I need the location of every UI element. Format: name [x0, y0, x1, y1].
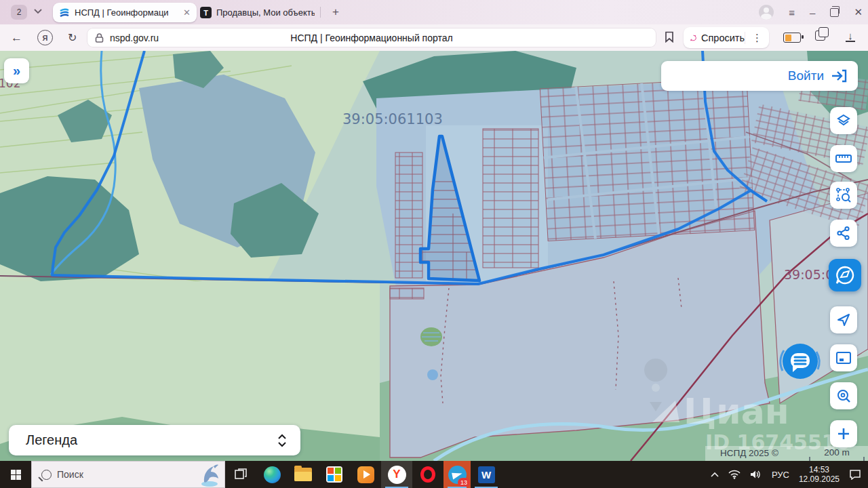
support-chat-button[interactable]: [774, 336, 826, 387]
tab-divider: [320, 7, 321, 18]
clock-date: 12.09.2025: [799, 474, 840, 484]
svg-text:Циан: Циан: [684, 391, 789, 432]
object-card-button[interactable]: [829, 259, 861, 291]
opera-button[interactable]: [412, 461, 443, 488]
reload-icon[interactable]: ↻: [68, 31, 77, 44]
word-icon: W: [478, 466, 495, 483]
letter-t-favicon: Т: [200, 7, 212, 18]
tab-count-badge[interactable]: 2: [11, 5, 27, 20]
lock-icon: [95, 33, 104, 43]
bookmark-icon[interactable]: [665, 31, 674, 43]
legend-panel[interactable]: Легенда: [9, 425, 300, 455]
url-text: nspd.gov.ru: [110, 33, 159, 43]
measure-button[interactable]: [830, 145, 857, 172]
telegram-button[interactable]: 13: [443, 461, 471, 488]
tabs-dropdown-icon[interactable]: [34, 9, 42, 14]
close-button[interactable]: ✕: [854, 6, 863, 18]
volume-icon[interactable]: [750, 470, 762, 479]
extensions-icon[interactable]: [815, 30, 825, 41]
action-center-icon[interactable]: [849, 469, 861, 480]
object-card-icon: [835, 266, 854, 285]
windows-logo-icon: [11, 470, 21, 480]
layers-icon: [836, 113, 851, 128]
cadastral-label-right: 39:05:0: [784, 267, 833, 282]
search-icon: [41, 470, 52, 480]
screen: 2 НСПД | Геоинформаци ✕ Т Продавцы, Мои …: [0, 0, 868, 488]
task-view-icon: [234, 468, 248, 481]
browser-tab-strip: 2 НСПД | Геоинформаци ✕ Т Продавцы, Мои …: [0, 0, 868, 24]
edge-button[interactable]: [256, 461, 288, 488]
attribution-text: НСПД 2025 ©: [720, 448, 778, 458]
folder-icon: [294, 468, 312, 481]
ask-label: Спросить: [701, 33, 745, 43]
legend-label: Легенда: [26, 432, 77, 448]
taskbar-search[interactable]: Поиск: [31, 461, 225, 488]
file-explorer-button[interactable]: [288, 461, 319, 488]
tab-title: Продавцы, Мои объекты: [216, 7, 315, 18]
windows-taskbar: Поиск Y 13 W: [0, 461, 868, 488]
tab-title: НСПД | Геоинформаци: [75, 7, 169, 18]
notification-badge: 13: [458, 478, 470, 487]
login-label: Войти: [788, 68, 824, 83]
minimize-button[interactable]: –: [810, 7, 815, 18]
address-bar[interactable]: nspd.gov.ru НСПД | Геоинформационный пор…: [87, 28, 656, 47]
chevrons-right-icon: »: [13, 63, 20, 79]
language-indicator[interactable]: РУС: [772, 470, 789, 480]
yandex-home-icon[interactable]: Я: [37, 30, 53, 45]
minimap-button[interactable]: [830, 344, 857, 371]
kebab-menu-icon[interactable]: ⋮: [745, 32, 762, 44]
ruler-icon: [835, 153, 852, 164]
minimap-icon: [835, 351, 852, 365]
share-icon: [836, 226, 851, 241]
play-icon: [357, 466, 374, 483]
share-button[interactable]: [830, 220, 857, 247]
yandex-browser-button[interactable]: Y: [381, 461, 412, 488]
tab-nspd[interactable]: НСПД | Геоинформаци ✕: [53, 3, 197, 22]
telegram-tile: 13: [443, 461, 471, 488]
tab-close-icon[interactable]: ✕: [183, 7, 191, 18]
opera-icon: [420, 466, 435, 483]
media-player-button[interactable]: [350, 461, 381, 488]
login-bar[interactable]: Войти: [661, 61, 858, 91]
nspd-favicon: [59, 7, 70, 18]
plus-icon: [837, 427, 850, 441]
ms-store-button[interactable]: [319, 461, 350, 488]
yandex-browser-icon: Y: [388, 466, 406, 484]
map-canvas[interactable]: 39:05:061103 102 39:05:0 Циан ID 1674551…: [0, 51, 868, 461]
zoom-in-button[interactable]: [830, 420, 857, 447]
dolphin-icon: [197, 463, 222, 487]
ask-chat-icon: [690, 31, 697, 45]
new-tab-button[interactable]: +: [328, 5, 343, 20]
ask-alice-button[interactable]: Спросить ⋮: [684, 27, 769, 48]
start-button[interactable]: [0, 461, 31, 488]
word-button[interactable]: W: [471, 461, 502, 488]
place-search-icon: [836, 388, 851, 403]
task-view-button[interactable]: [225, 461, 256, 488]
clock-time: 14:53: [799, 465, 840, 474]
locate-button[interactable]: [830, 306, 857, 333]
layers-button[interactable]: [830, 107, 857, 134]
wifi-icon[interactable]: [728, 470, 741, 479]
cadastral-label-top: 39:05:061103: [342, 111, 443, 127]
cadastral-map: 39:05:061103 102 39:05:0 Циан ID 1674551…: [0, 51, 868, 461]
collapse-expand-icon[interactable]: [277, 434, 287, 447]
store-icon: [326, 466, 342, 483]
taskbar-clock[interactable]: 14:53 12.09.2025: [799, 465, 840, 484]
battery-icon[interactable]: [783, 33, 801, 43]
browser-menu-icon[interactable]: ≡: [789, 7, 795, 18]
expand-sidebar-button[interactable]: »: [4, 58, 29, 83]
tray-chevron-icon[interactable]: [711, 472, 719, 477]
place-search-button[interactable]: [830, 382, 857, 409]
tab-sellers[interactable]: Т Продавцы, Мои объекты: [194, 3, 332, 22]
system-tray: РУС 14:53 12.09.2025: [711, 461, 868, 488]
restore-button[interactable]: [830, 8, 839, 17]
back-icon[interactable]: ←: [11, 31, 22, 45]
map-footer: НСПД 2025 © 200 m: [705, 446, 868, 461]
area-search-button[interactable]: [830, 182, 857, 209]
profile-avatar[interactable]: [759, 5, 774, 20]
edge-icon: [264, 466, 281, 483]
area-search-icon: [835, 187, 852, 203]
downloads-icon[interactable]: ↓: [845, 30, 856, 42]
navigation-arrow-icon: [836, 312, 851, 327]
search-label: Поиск: [57, 469, 83, 480]
